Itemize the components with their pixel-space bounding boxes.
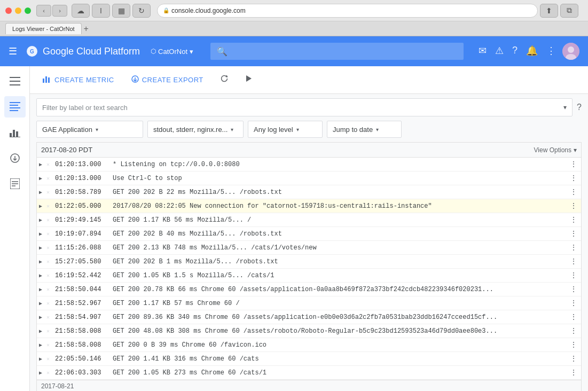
log-pin-icon[interactable]: ✕ xyxy=(46,175,55,182)
log-pin-icon[interactable]: ✕ xyxy=(46,217,55,223)
log-pin-icon[interactable]: ✕ xyxy=(46,328,55,334)
log-more-icon[interactable]: ⋮ xyxy=(568,160,579,169)
log-pin-icon[interactable]: ✕ xyxy=(46,272,55,279)
log-content: GET 200 0 B 39 ms Chrome 60 /favicon.ico xyxy=(113,341,568,349)
maximize-button[interactable] xyxy=(25,7,31,14)
log-expand-icon[interactable]: ▶ xyxy=(39,356,46,362)
log-more-icon[interactable]: ⋮ xyxy=(568,174,579,183)
sidebar-icon-logs[interactable] xyxy=(4,96,26,118)
log-more-icon[interactable]: ⋮ xyxy=(568,201,579,210)
notification-icon[interactable]: 🔔 xyxy=(524,43,540,60)
refresh-browser-icon[interactable]: ↻ xyxy=(132,4,151,18)
log-more-icon[interactable]: ⋮ xyxy=(568,285,579,294)
log-pin-icon[interactable]: ✕ xyxy=(46,161,55,168)
log-more-icon[interactable]: ⋮ xyxy=(568,368,579,377)
log-expand-icon[interactable]: ▶ xyxy=(39,286,46,293)
help-icon[interactable]: ? xyxy=(510,43,520,60)
log-row: ▶ ✕ 22:05:50.146 GET 200 1.41 KB 316 ms … xyxy=(37,352,581,366)
gcp-logo: G Google Cloud Platform xyxy=(26,45,140,58)
log-expand-icon[interactable]: ▶ xyxy=(39,231,46,237)
email-icon[interactable]: ✉ xyxy=(476,43,489,60)
log-more-icon[interactable]: ⋮ xyxy=(568,299,579,308)
log-level-dropdown[interactable]: Any log level ▾ xyxy=(248,121,323,138)
play-button[interactable] xyxy=(241,71,256,89)
log-more-icon[interactable]: ⋮ xyxy=(568,354,579,363)
log-expand-icon[interactable]: ▶ xyxy=(39,175,46,182)
close-button[interactable] xyxy=(5,7,12,14)
log-expand-icon[interactable]: ▶ xyxy=(39,189,46,196)
forward-button[interactable]: › xyxy=(52,5,67,17)
log-time: 10:19:07.894 xyxy=(55,230,113,238)
search-bar[interactable]: 🔍 xyxy=(210,43,464,60)
address-bar[interactable]: 🔒 console.cloud.google.com xyxy=(157,4,538,18)
log-expand-icon[interactable]: ▶ xyxy=(39,342,46,348)
sidebar-icon-menu[interactable] xyxy=(4,71,26,92)
log-expand-icon[interactable]: ▶ xyxy=(39,300,46,307)
back-button[interactable]: ‹ xyxy=(36,5,51,17)
alert-icon[interactable]: ⚠ xyxy=(493,43,506,60)
log-expand-icon[interactable]: ▶ xyxy=(39,245,46,251)
log-more-icon[interactable]: ⋮ xyxy=(568,243,579,252)
create-metric-button[interactable]: CREATE METRIC xyxy=(38,72,119,88)
nav-icons: ✉ ⚠ ? 🔔 ⋮ xyxy=(476,43,579,60)
log-pin-icon[interactable]: ✕ xyxy=(46,203,55,209)
log-pin-icon[interactable]: ✕ xyxy=(46,356,55,362)
log-row: ▶ ✕ 01:20:13.000 * Listening on tcp://0.… xyxy=(37,158,581,171)
log-expand-icon[interactable]: ▶ xyxy=(39,370,46,376)
log-pin-icon[interactable]: ✕ xyxy=(46,314,55,320)
log-expand-icon[interactable]: ▶ xyxy=(39,259,46,265)
hamburger-menu-icon[interactable]: ☰ xyxy=(9,45,17,57)
browser-action-icons: ⬆ ⧉ xyxy=(540,4,578,18)
svg-rect-12 xyxy=(10,133,12,137)
log-pin-icon[interactable]: ✕ xyxy=(46,231,55,237)
address-text: console.cloud.google.com xyxy=(171,7,246,14)
more-vert-icon[interactable]: ⋮ xyxy=(544,43,558,60)
log-expand-icon[interactable]: ▶ xyxy=(39,328,46,334)
browser-toolbar-icons: ☁ I ▦ ↻ xyxy=(72,4,151,18)
log-pin-icon[interactable]: ✕ xyxy=(46,370,55,376)
minimize-button[interactable] xyxy=(15,7,21,14)
log-content: GET 200 202 B 40 ms Mozilla/5... /robots… xyxy=(113,230,568,238)
log-expand-icon[interactable]: ▶ xyxy=(39,272,46,279)
log-content: GET 200 20.78 KB 66 ms Chrome 60 /assets… xyxy=(113,286,568,293)
log-more-icon[interactable]: ⋮ xyxy=(568,312,579,322)
sidebar-icon-export[interactable] xyxy=(4,147,26,169)
log-expand-icon[interactable]: ▶ xyxy=(39,203,46,209)
help-icon[interactable]: ? xyxy=(577,103,582,112)
refresh-button[interactable] xyxy=(216,71,232,89)
create-export-button[interactable]: CREATE EXPORT xyxy=(127,72,208,88)
new-window-icon[interactable]: ⧉ xyxy=(560,4,578,18)
log-expand-icon[interactable]: ▶ xyxy=(39,314,46,320)
view-options-button[interactable]: View Options ▾ xyxy=(534,146,577,154)
log-pin-icon[interactable]: ✕ xyxy=(46,342,55,348)
log-more-icon[interactable]: ⋮ xyxy=(568,187,579,197)
project-selector[interactable]: ⬡ CatOrNot ▾ xyxy=(146,45,198,58)
resource-type-dropdown[interactable]: GAE Application ▾ xyxy=(36,121,143,138)
svg-rect-5 xyxy=(10,77,20,78)
log-content: * Listening on tcp://0.0.0.0:8080 xyxy=(113,161,568,168)
log-more-icon[interactable]: ⋮ xyxy=(568,271,579,280)
avatar[interactable] xyxy=(562,43,579,60)
filter-input[interactable]: Filter by label or text search ▾ xyxy=(36,98,573,116)
new-tab-button[interactable]: + xyxy=(84,24,89,34)
log-pin-icon[interactable]: ✕ xyxy=(46,189,55,196)
log-pin-icon[interactable]: ✕ xyxy=(46,245,55,251)
log-pin-icon[interactable]: ✕ xyxy=(46,286,55,293)
stream-dropdown-arrow: ▾ xyxy=(231,127,233,132)
log-more-icon[interactable]: ⋮ xyxy=(568,326,579,335)
stream-dropdown[interactable]: stdout, stderr, nginx.re... ▾ xyxy=(147,121,244,138)
browser-tab[interactable]: Logs Viewer - CatOrNot xyxy=(5,23,82,34)
log-more-icon[interactable]: ⋮ xyxy=(568,257,579,266)
log-pin-icon[interactable]: ✕ xyxy=(46,259,55,265)
log-expand-icon[interactable]: ▶ xyxy=(39,161,46,168)
project-dropdown-arrow: ▾ xyxy=(190,48,193,56)
sidebar-icon-reports[interactable] xyxy=(4,173,26,194)
share-icon[interactable]: ⬆ xyxy=(540,4,558,18)
date-jump-dropdown[interactable]: Jump to date ▾ xyxy=(327,121,402,138)
log-expand-icon[interactable]: ▶ xyxy=(39,217,46,223)
log-pin-icon[interactable]: ✕ xyxy=(46,300,55,307)
log-more-icon[interactable]: ⋮ xyxy=(568,215,579,224)
sidebar-icon-metrics[interactable] xyxy=(4,122,26,143)
log-more-icon[interactable]: ⋮ xyxy=(568,340,579,349)
log-more-icon[interactable]: ⋮ xyxy=(568,229,579,238)
